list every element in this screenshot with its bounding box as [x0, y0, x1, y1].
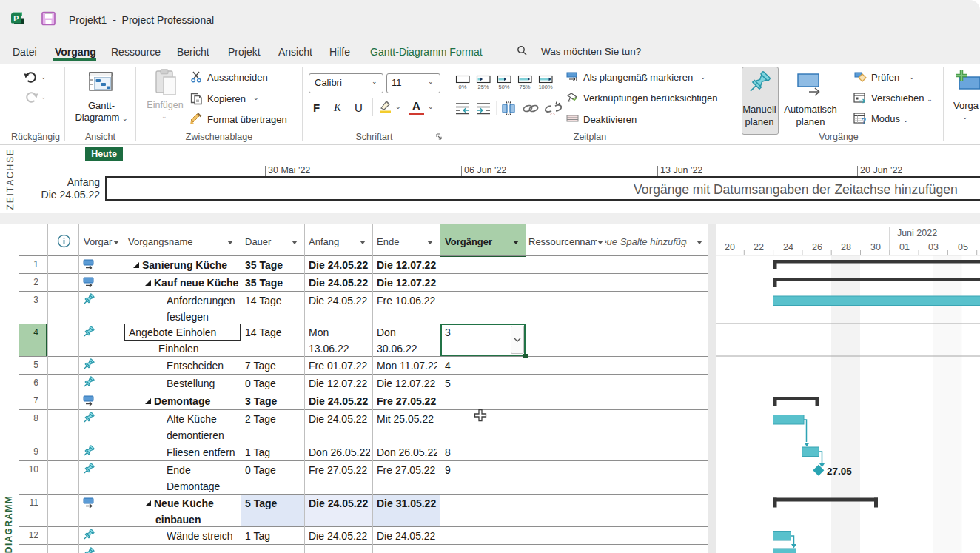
svg-text:27.05: 27.05	[827, 466, 852, 477]
